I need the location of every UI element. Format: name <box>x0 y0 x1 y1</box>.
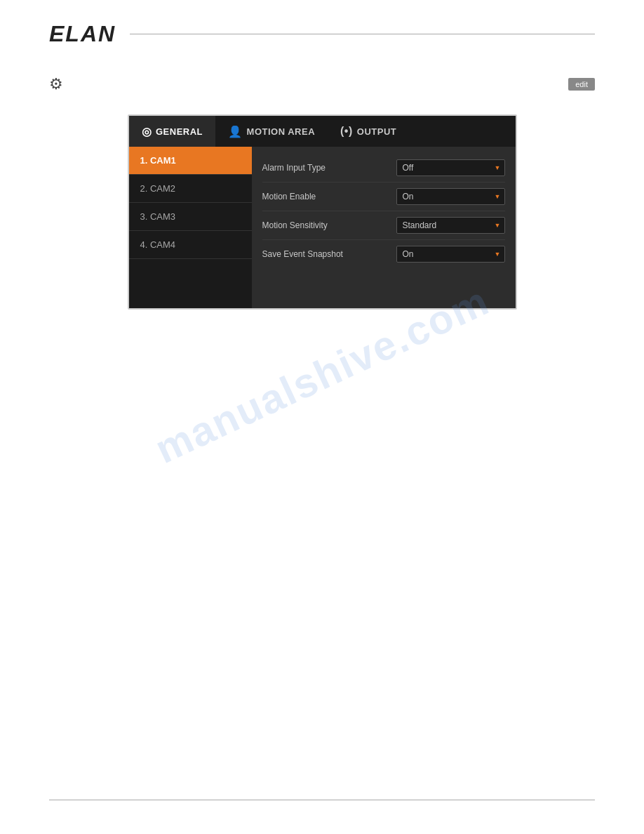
setting-row-save-snapshot: Save Event Snapshot Off On <box>262 240 505 268</box>
setting-row-alarm-input: Alarm Input Type Off On <box>262 154 505 183</box>
page-body: ⚙ edit ◎ GENERAL 👤 MOTION AREA (•) OUTPU… <box>0 54 644 338</box>
motion-sensitivity-label: Motion Sensitivity <box>262 220 328 230</box>
tab-general[interactable]: ◎ GENERAL <box>129 116 216 147</box>
gear-icon: ⚙ <box>49 75 63 93</box>
tab-motion-area[interactable]: 👤 MOTION AREA <box>215 116 328 147</box>
motion-area-tab-icon: 👤 <box>228 125 243 138</box>
controls-row: ⚙ edit <box>49 68 595 100</box>
sidebar-item-cam2[interactable]: 2. CAM2 <box>129 175 252 203</box>
sidebar-item-cam1-label: 1. CAM1 <box>140 155 176 166</box>
setting-row-motion-enable: Motion Enable Off On <box>262 183 505 211</box>
sidebar-item-cam1[interactable]: 1. CAM1 <box>129 147 252 175</box>
motion-sensitivity-select[interactable]: Low Standard High <box>396 217 505 234</box>
sidebar-item-cam4-label: 4. CAM4 <box>140 239 176 250</box>
alarm-input-select[interactable]: Off On <box>396 159 505 176</box>
header-line <box>130 34 595 34</box>
sidebar: 1. CAM1 2. CAM2 3. CAM3 4. CAM4 <box>129 147 252 308</box>
motion-sensitivity-select-wrapper: Low Standard High <box>396 217 505 234</box>
general-tab-label: GENERAL <box>156 126 203 137</box>
logo: ELAN <box>49 21 116 47</box>
footer <box>49 800 595 806</box>
tab-output[interactable]: (•) OUTPUT <box>328 116 409 147</box>
main-panel: ◎ GENERAL 👤 MOTION AREA (•) OUTPUT 1. CA… <box>128 114 517 310</box>
alarm-input-label: Alarm Input Type <box>262 163 326 173</box>
tab-bar: ◎ GENERAL 👤 MOTION AREA (•) OUTPUT <box>129 116 516 147</box>
output-tab-label: OUTPUT <box>357 126 396 137</box>
edit-button[interactable]: edit <box>568 78 595 91</box>
general-tab-icon: ◎ <box>142 125 152 138</box>
save-snapshot-select[interactable]: Off On <box>396 246 505 263</box>
setting-row-motion-sensitivity: Motion Sensitivity Low Standard High <box>262 211 505 240</box>
sidebar-item-cam2-label: 2. CAM2 <box>140 183 176 194</box>
sidebar-item-cam4[interactable]: 4. CAM4 <box>129 231 252 259</box>
motion-enable-select-wrapper: Off On <box>396 188 505 205</box>
sidebar-item-cam3-label: 3. CAM3 <box>140 211 176 222</box>
motion-enable-label: Motion Enable <box>262 192 316 201</box>
header: ELAN <box>0 0 644 54</box>
output-tab-icon: (•) <box>340 125 353 138</box>
save-snapshot-select-wrapper: Off On <box>396 246 505 263</box>
motion-enable-select[interactable]: Off On <box>396 188 505 205</box>
content-area: 1. CAM1 2. CAM2 3. CAM3 4. CAM4 Alarm In… <box>129 147 516 308</box>
settings-panel: Alarm Input Type Off On Motion Enable Of… <box>252 147 516 308</box>
alarm-input-select-wrapper: Off On <box>396 159 505 176</box>
save-snapshot-label: Save Event Snapshot <box>262 249 343 259</box>
motion-area-tab-label: MOTION AREA <box>247 126 315 137</box>
sidebar-item-cam3[interactable]: 3. CAM3 <box>129 203 252 231</box>
